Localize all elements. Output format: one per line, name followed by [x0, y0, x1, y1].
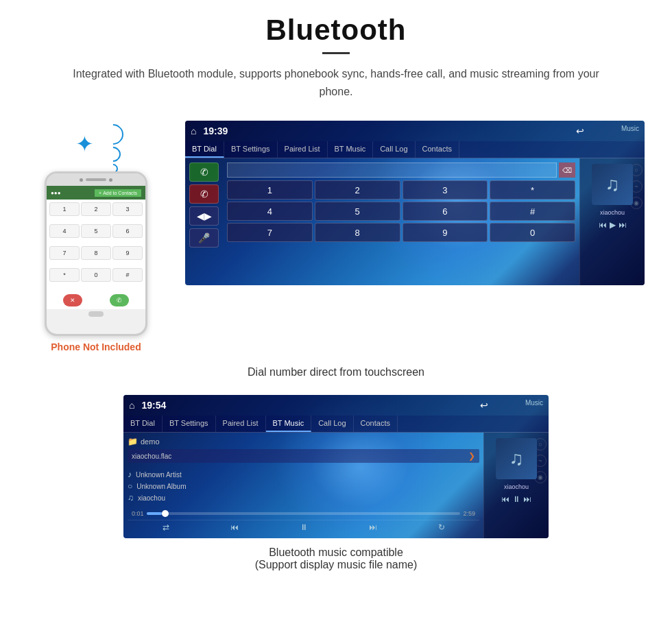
car-back-icon[interactable]: ↩	[576, 125, 584, 136]
music-tab-paired-list[interactable]: Paired List	[216, 416, 266, 432]
music-tab-call-log[interactable]: Call Log	[311, 416, 353, 432]
phone-key-star[interactable]: *	[49, 268, 80, 282]
album-row: ○ Unknown Album	[128, 481, 479, 491]
music-album-art: ♫	[496, 438, 537, 479]
prev-button[interactable]: ⏮	[230, 522, 239, 532]
phone-key-7[interactable]: 7	[49, 246, 80, 260]
tab-bt-music[interactable]: BT Music	[328, 141, 374, 158]
bt-icon-area: ✦	[69, 121, 123, 169]
music-home-icon[interactable]: ⌂	[129, 400, 134, 411]
progress-area: 0:01 2:59	[128, 507, 479, 520]
phone-top-bar	[47, 173, 145, 186]
call-button[interactable]: ✆	[189, 162, 219, 182]
phone-key-5[interactable]: 5	[81, 224, 111, 238]
dial-caption: Dial number direct from touchscreen	[27, 366, 645, 378]
music-car-screen: ⌂ 19:54 ↩ Music BT Dial BT Settings Pair…	[123, 395, 549, 538]
car-home-icon[interactable]: ⌂	[191, 125, 196, 136]
dial-time: 19:39	[203, 125, 228, 136]
dial-key-8[interactable]: 8	[315, 223, 400, 242]
phone-end-call-button[interactable]: ✕	[63, 294, 82, 306]
bluetooth-icon: ✦	[75, 131, 94, 157]
dial-key-1[interactable]: 1	[227, 180, 313, 200]
dial-key-5[interactable]: 5	[315, 202, 400, 221]
repeat-button[interactable]: ↻	[438, 522, 445, 532]
file-arrow-icon: ❯	[468, 451, 475, 461]
tab-bt-settings[interactable]: BT Settings	[224, 141, 278, 158]
music-playback-controls: ⏮ ⏸ ⏭	[501, 494, 531, 504]
progress-fill	[147, 512, 163, 515]
dial-key-9[interactable]: 9	[403, 223, 488, 242]
phone-section: ✦ ●●● + Add to Contacts	[27, 121, 165, 352]
dial-key-6[interactable]: 6	[403, 202, 488, 221]
music-content: 📁 demo xiaochou.flac ❯ ♪ Unkno	[123, 433, 549, 538]
music-tab-bt-settings[interactable]: BT Settings	[163, 416, 216, 432]
page-title: Bluetooth	[27, 14, 645, 47]
dial-screen-bg: ⌂ 19:39 ↩ Music BT Dial BT Settings Pair…	[185, 121, 645, 285]
phone-screen: ●●● + Add to Contacts 1 2 3 4 5 6 7	[47, 186, 145, 309]
dial-car-screen: ⌂ 19:39 ↩ Music BT Dial BT Settings Pair…	[185, 121, 645, 285]
phone-status-text: ●●●	[51, 190, 61, 196]
tab-bt-dial[interactable]: BT Dial	[185, 141, 224, 158]
file-row[interactable]: xiaochou.flac ❯	[128, 449, 479, 463]
play-button[interactable]: ▶	[610, 220, 616, 230]
music-prev-button[interactable]: ⏮	[501, 494, 509, 504]
music-note-icon: ♫	[605, 173, 620, 195]
phone-key-4[interactable]: 4	[49, 224, 80, 238]
phone-key-9[interactable]: 9	[112, 246, 143, 260]
mic-button[interactable]: 🎤	[189, 228, 219, 248]
phone-key-6[interactable]: 6	[112, 224, 143, 238]
tab-call-log[interactable]: Call Log	[373, 141, 415, 158]
music-right-panel: ♫ xiaochou ⏮ ⏸ ⏭	[483, 433, 549, 538]
phone-sensor	[109, 178, 112, 182]
page-container: Bluetooth Integrated with Bluetooth modu…	[0, 0, 672, 599]
music-left-panel: 📁 demo xiaochou.flac ❯ ♪ Unkno	[123, 433, 483, 538]
wave-medium	[102, 144, 123, 165]
dial-backspace-button[interactable]: ⌫	[559, 162, 575, 178]
dial-key-7[interactable]: 7	[227, 223, 313, 242]
artist-icon: ♪	[128, 470, 132, 479]
next-button[interactable]: ⏭	[369, 522, 377, 532]
prev-track-button[interactable]: ⏮	[599, 220, 607, 230]
music-tab-bt-music[interactable]: BT Music	[266, 416, 312, 432]
music-back-icon[interactable]: ↩	[480, 400, 488, 411]
music-tab-contacts[interactable]: Contacts	[354, 416, 398, 432]
next-track-button[interactable]: ⏭	[619, 220, 627, 230]
shuffle-button[interactable]: ⇄	[163, 522, 169, 532]
dial-key-4[interactable]: 4	[227, 202, 313, 221]
dial-key-2[interactable]: 2	[315, 180, 400, 200]
dial-input-row: ⌫	[227, 162, 575, 178]
tab-contacts[interactable]: Contacts	[416, 141, 459, 158]
music-pause-button[interactable]: ⏸	[512, 494, 520, 504]
dial-key-hash[interactable]: #	[490, 202, 575, 221]
track-row: ♫ xiaochou	[128, 493, 479, 503]
dial-number-display[interactable]	[227, 162, 557, 178]
phone-call-button[interactable]: ✆	[110, 294, 129, 306]
pause-button[interactable]: ⏸	[300, 522, 308, 532]
music-tabs: BT Dial BT Settings Paired List BT Music…	[123, 416, 549, 433]
dial-key-0[interactable]: 0	[490, 223, 575, 242]
phone-key-8[interactable]: 8	[81, 246, 111, 260]
progress-bar[interactable]	[147, 512, 461, 515]
phone-key-2[interactable]: 2	[81, 202, 111, 216]
music-tab-bt-dial[interactable]: BT Dial	[123, 416, 163, 432]
mute-button[interactable]: ◀▶	[189, 206, 219, 226]
dial-right-panel: ♫ xiaochou ⏮ ▶ ⏭	[579, 158, 645, 285]
phone-key-hash[interactable]: #	[112, 268, 143, 282]
dial-music-title: xiaochou	[600, 209, 625, 216]
add-icon: +	[99, 191, 101, 195]
phone-speaker	[86, 178, 106, 181]
dial-key-star[interactable]: *	[490, 180, 575, 200]
hangup-button[interactable]: ✆	[189, 184, 219, 204]
track-icon: ♫	[128, 493, 134, 503]
top-row: ✦ ●●● + Add to Contacts	[27, 121, 645, 352]
phone-key-0[interactable]: 0	[81, 268, 111, 282]
phone-key-3[interactable]: 3	[112, 202, 143, 216]
dial-content: ✆ ✆ ◀▶ 🎤 ⌫ 1 2 3	[185, 158, 645, 285]
dial-key-3[interactable]: 3	[403, 180, 488, 200]
track-name: xiaochou	[138, 494, 165, 502]
dial-left-panel: ✆ ✆ ◀▶ 🎤	[185, 158, 223, 285]
music-next-button[interactable]: ⏭	[523, 494, 531, 504]
phone-key-1[interactable]: 1	[49, 202, 80, 216]
tab-paired-list[interactable]: Paired List	[278, 141, 328, 158]
phone-home-button[interactable]	[88, 311, 104, 317]
